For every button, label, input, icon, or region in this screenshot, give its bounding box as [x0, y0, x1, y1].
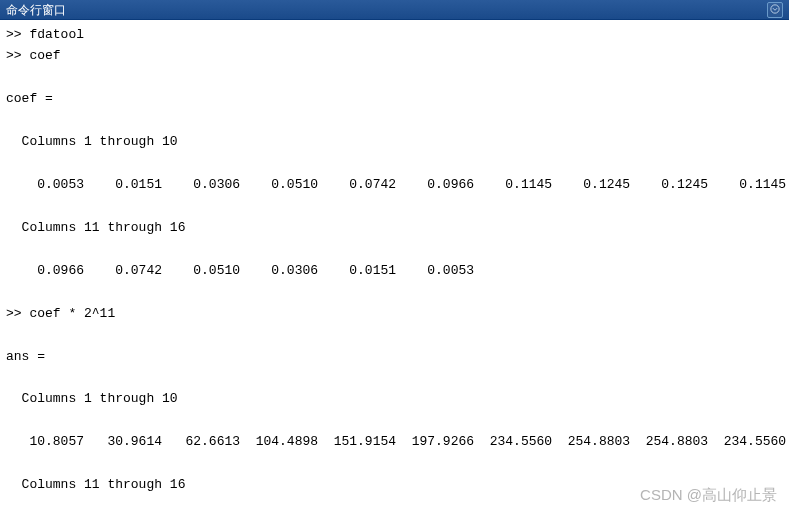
output-line: coef =: [6, 88, 783, 109]
output-line: Columns 1 through 10: [6, 131, 783, 152]
blank-line: [6, 67, 783, 88]
output-line: 10.8057 30.9614 62.6613 104.4898 151.915…: [6, 431, 783, 452]
output-line: 0.0053 0.0151 0.0306 0.0510 0.0742 0.096…: [6, 174, 783, 195]
blank-line: [6, 324, 783, 345]
blank-line: [6, 367, 783, 388]
chevron-down-circle-icon: [770, 0, 780, 20]
dropdown-button[interactable]: [767, 2, 783, 18]
blank-line: [6, 410, 783, 431]
command-prompt-line: >> coef: [6, 45, 783, 66]
blank-line: [6, 196, 783, 217]
blank-line: [6, 110, 783, 131]
blank-line: [6, 153, 783, 174]
svg-point-0: [771, 4, 779, 12]
blank-line: [6, 496, 783, 511]
command-prompt-line: >> coef * 2^11: [6, 303, 783, 324]
output-line: Columns 11 through 16: [6, 474, 783, 495]
command-prompt-line: >> fdatool: [6, 24, 783, 45]
blank-line: [6, 281, 783, 302]
output-line: Columns 11 through 16: [6, 217, 783, 238]
blank-line: [6, 238, 783, 259]
output-line: 0.0966 0.0742 0.0510 0.0306 0.0151 0.005…: [6, 260, 783, 281]
output-line: Columns 1 through 10: [6, 388, 783, 409]
output-line: ans =: [6, 346, 783, 367]
blank-line: [6, 453, 783, 474]
command-window-content[interactable]: >> fdatool>> coef coef = Columns 1 throu…: [0, 20, 789, 511]
titlebar: 命令行窗口: [0, 0, 789, 20]
window-title: 命令行窗口: [6, 0, 767, 20]
